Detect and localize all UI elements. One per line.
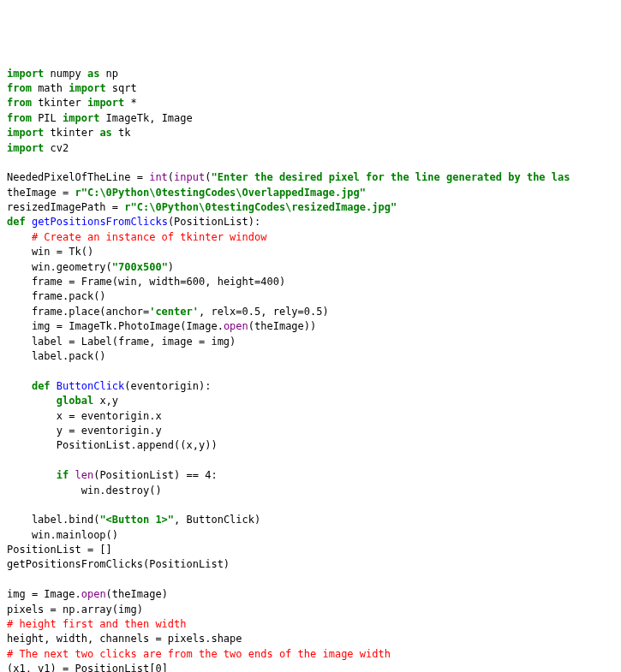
code-token: if xyxy=(57,469,69,481)
code-token: np xyxy=(99,68,118,80)
code-token: win.geometry( xyxy=(7,261,112,273)
code-token: # height first and then width xyxy=(7,618,187,630)
code-token: # The next two clicks are from the two e… xyxy=(7,648,391,660)
code-token: (eventorigin): xyxy=(124,380,211,392)
code-token: win.destroy() xyxy=(7,485,162,497)
code-token: frame = Frame(win, width= xyxy=(7,276,187,288)
code-token: theImage = xyxy=(7,187,75,199)
code-line: # height first and then width xyxy=(7,618,187,630)
code-line: if len(PositionList) == 4: xyxy=(7,469,218,481)
code-line: from tkinter import * xyxy=(7,97,137,109)
code-line: theImage = r"C:\0Python\0testingCodes\Ov… xyxy=(7,187,366,199)
code-token: def xyxy=(32,380,51,392)
code-token xyxy=(7,395,57,407)
code-line: resizedImagePath = r"C:\0Python\0testing… xyxy=(7,201,397,213)
code-line: frame.pack() xyxy=(7,290,106,302)
code-token xyxy=(7,231,32,243)
code-token: , ButtonClick) xyxy=(174,514,260,526)
code-line: PositionList.append((x,y)) xyxy=(7,439,218,451)
code-token: as xyxy=(99,127,111,139)
code-token: label = Label(frame, image = img) xyxy=(7,336,236,348)
code-token: numpy xyxy=(44,68,87,80)
code-token: open xyxy=(81,588,106,600)
code-token: r"C:\0Python\0testingCodes\OverlappedIma… xyxy=(75,187,366,199)
code-line: pixels = np.array(img) xyxy=(7,604,143,616)
code-line: x = eventorigin.x xyxy=(7,410,162,422)
code-token: global xyxy=(57,395,93,407)
code-token: , relx= xyxy=(199,306,242,318)
code-line: label.pack() xyxy=(7,350,106,362)
code-line: from math import sqrt xyxy=(7,82,137,94)
code-line: win = Tk() xyxy=(7,246,93,258)
code-line: frame.place(anchor='center', relx=0.5, r… xyxy=(7,306,329,318)
code-line: img = ImageTk.PhotoImage(Image.open(theI… xyxy=(7,320,316,332)
code-line: def ButtonClick(eventorigin): xyxy=(7,380,211,392)
code-line: getPositionsFromClicks(PositionList) xyxy=(7,558,230,570)
code-token: , height= xyxy=(205,276,260,288)
code-token: 400 xyxy=(260,276,279,288)
code-token: tkinter xyxy=(32,97,87,109)
code-token: ) xyxy=(279,276,285,288)
code-token: # Create an instance of tkinter window xyxy=(32,231,267,243)
code-token xyxy=(51,380,57,392)
code-token: x = eventorigin.x xyxy=(7,410,162,422)
code-line: y = eventorigin.y xyxy=(7,425,162,437)
code-line: # The next two clicks are from the two e… xyxy=(7,648,391,660)
code-token: open xyxy=(224,320,248,332)
code-token: from xyxy=(7,112,32,124)
code-token: (theImage)) xyxy=(248,320,316,332)
code-token: sqrt xyxy=(106,82,137,94)
code-token: ( xyxy=(168,171,174,183)
code-token: ImageTk, Image xyxy=(99,112,192,124)
code-token: "Enter the desired pixel for the line ge… xyxy=(211,171,570,183)
code-token: 0 xyxy=(155,663,161,672)
code-token: : xyxy=(211,469,217,481)
code-token: "700x500" xyxy=(112,261,168,273)
code-token: getPositionsFromClicks xyxy=(32,216,168,228)
code-line: img = Image.open(theImage) xyxy=(7,588,168,600)
code-token: 0.5 xyxy=(304,306,323,318)
code-token: ] xyxy=(162,663,168,672)
code-token: ButtonClick xyxy=(57,380,124,392)
code-token: win = Tk() xyxy=(7,246,93,258)
code-token: tk xyxy=(112,127,131,139)
code-token: getPositionsFromClicks(PositionList) xyxy=(7,558,230,570)
code-token: img = Image. xyxy=(7,588,81,600)
code-token: PositionList.append((x,y)) xyxy=(7,439,218,451)
code-token xyxy=(26,216,32,228)
code-token: * xyxy=(124,97,136,109)
code-token: from xyxy=(7,97,32,109)
code-line: def getPositionsFromClicks(PositionList)… xyxy=(7,216,260,228)
code-token: (PositionList): xyxy=(168,216,260,228)
code-token: int xyxy=(149,171,168,183)
code-token: win.mainloop() xyxy=(7,529,118,541)
code-token: (theImage) xyxy=(106,588,168,600)
code-token: from xyxy=(7,82,32,94)
code-token xyxy=(7,380,32,392)
code-line: win.destroy() xyxy=(7,485,162,497)
code-token: PIL xyxy=(32,112,63,124)
code-line: label.bind("<Button 1>", ButtonClick) xyxy=(7,514,260,526)
code-line: height, width, channels = pixels.shape xyxy=(7,633,242,645)
code-line: NeededPixelOfTheLine = int(input("Enter … xyxy=(7,171,570,183)
code-line: from PIL import ImageTk, Image xyxy=(7,112,193,124)
code-token: , rely= xyxy=(260,306,304,318)
code-line: global x,y xyxy=(7,395,118,407)
code-token: input xyxy=(174,171,205,183)
code-token xyxy=(7,469,57,481)
code-token: import xyxy=(7,127,44,139)
code-token: import xyxy=(87,97,124,109)
code-token: NeededPixelOfTheLine = xyxy=(7,171,149,183)
code-token: import xyxy=(7,68,44,80)
code-token: resizedImagePath = xyxy=(7,201,124,213)
code-line: label = Label(frame, image = img) xyxy=(7,336,236,348)
code-line: import cv2 xyxy=(7,142,69,154)
code-line: PositionList = [] xyxy=(7,544,112,556)
code-token: ) xyxy=(168,261,174,273)
code-token: label.pack() xyxy=(7,350,106,362)
code-token: "<Button 1>" xyxy=(99,514,174,526)
code-line: (x1, y1) = PositionList[0] xyxy=(7,663,168,672)
code-token: label.bind( xyxy=(7,514,99,526)
code-token: as xyxy=(87,68,99,80)
code-block: import numpy as np from math import sqrt… xyxy=(7,67,614,672)
